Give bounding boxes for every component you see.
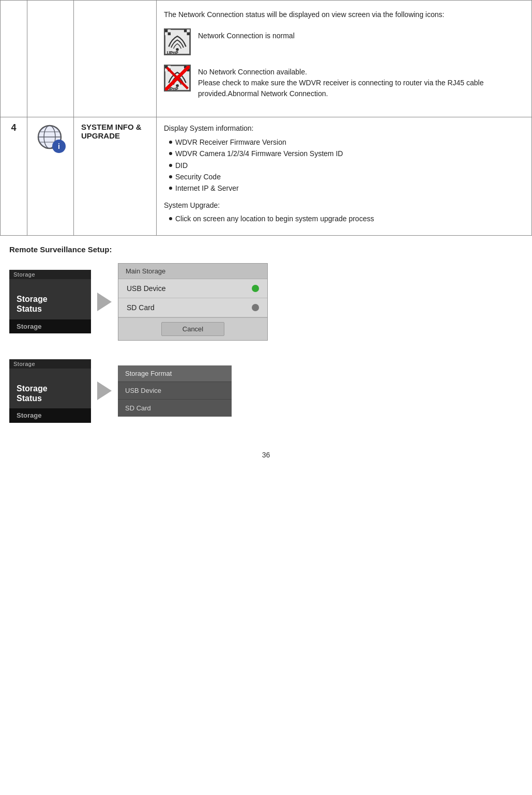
svg-rect-5 — [168, 29, 171, 33]
upgrade-bullet-dot-1 — [169, 217, 172, 220]
storage-right-panel-1: Main Storage USB Device SD Card Cancel — [118, 263, 268, 341]
storage-diagram-2: Storage Storage Status Storage Storage F… — [9, 359, 523, 423]
arrow-1 — [91, 293, 118, 311]
upnp-normal-icon: UPnP — [164, 28, 191, 55]
bullet-dot-2 — [169, 152, 172, 155]
bullet-text-4: Security Code — [175, 171, 221, 182]
row-content-sysinfo: Display System information: WDVR Receive… — [157, 117, 532, 235]
left-panel-item-storage-status-2[interactable]: Storage Status — [9, 369, 91, 409]
storage-diagrams: Storage Storage Status Storage Main Stor… — [9, 263, 523, 423]
network-intro-text: The Network Connection status will be di… — [164, 9, 524, 20]
arrow-2 — [91, 381, 118, 400]
svg-rect-11 — [187, 33, 190, 36]
display-intro: Display System information: — [164, 123, 524, 134]
network-abnormal-desc: No Network Connection available. Please … — [198, 65, 524, 99]
bullet-dot-5 — [169, 187, 172, 190]
storage-right-panel-sm-2: Storage Format USB Device SD Card — [118, 365, 232, 417]
row-label-sysinfo: SYSTEM INFO & UPGRADE — [74, 117, 157, 235]
right-item-sd-label-1: SD Card — [127, 303, 155, 312]
upgrade-bullet-text-1: Click on screen any location to begin sy… — [175, 213, 374, 224]
bullet-text-5: Internet IP & Server — [175, 182, 239, 194]
svg-rect-8 — [184, 29, 187, 33]
upgrade-bullet-list: Click on screen any location to begin sy… — [169, 213, 524, 224]
svg-text:UPnP: UPnP — [167, 50, 179, 55]
table-row-sysinfo: 4 i SYSTEM INFO & UPGRADE — [1, 117, 532, 235]
right-panel-header-1: Main Storage — [118, 264, 267, 279]
bullet-text-1: WDVR Receiver Firmware Version — [175, 136, 286, 148]
left-panel-item-storage-status-1[interactable]: Storage Status — [9, 279, 91, 319]
left-panel-header-2: Storage — [9, 359, 91, 369]
sm-item-usb-2[interactable]: USB Device — [118, 382, 232, 400]
upnp-normal-svg: UPnP — [165, 28, 190, 55]
bullet-item-2: WDVR Camera 1/2/3/4 Firmware Version Sys… — [169, 148, 524, 159]
network-normal-row: UPnP — [164, 28, 524, 55]
main-table: The Network Connection status will be di… — [0, 0, 532, 236]
row-icon-network — [27, 1, 74, 117]
usb-status-dot-green — [252, 285, 259, 292]
bullet-text-2: WDVR Camera 1/2/3/4 Firmware Version Sys… — [175, 148, 343, 159]
row-number-blank — [1, 1, 27, 117]
cancel-btn-row: Cancel — [118, 317, 267, 340]
row-icon-globe: i — [27, 117, 74, 235]
svg-rect-9 — [187, 29, 190, 33]
sm-panel-header-2: Storage Format — [118, 365, 232, 382]
row-label-network — [74, 1, 157, 117]
table-row-network: The Network Connection status will be di… — [1, 1, 532, 117]
abnormal-text-1: No Network Connection available. — [198, 68, 307, 76]
page-number: 36 — [9, 438, 523, 464]
left-panel-item-storage-2[interactable]: Storage — [9, 408, 91, 423]
globe-svg: i — [35, 123, 66, 154]
svg-rect-4 — [165, 29, 168, 33]
svg-rect-10 — [184, 33, 187, 36]
svg-text:i: i — [58, 142, 60, 150]
network-normal-desc: Network Connection is normal — [198, 28, 295, 41]
bullet-text-3: DID — [175, 160, 188, 171]
display-bullet-list: WDVR Receiver Firmware Version WDVR Came… — [169, 136, 524, 194]
remote-title: Remote Surveillance Setup: — [9, 245, 523, 254]
upnp-abnormal-icon: UPnP — [164, 65, 191, 91]
sm-item-sd-2[interactable]: SD Card — [118, 400, 232, 417]
svg-rect-6 — [165, 33, 168, 36]
sm-usb-label-2: USB Device — [125, 387, 161, 394]
bullet-dot-4 — [169, 175, 172, 178]
row-content-network: The Network Connection status will be di… — [157, 1, 532, 117]
cancel-button-1[interactable]: Cancel — [161, 322, 224, 336]
abnormal-text-2: Please check to make sure the WDVR recei… — [198, 79, 483, 98]
right-panel-item-sd-1[interactable]: SD Card — [118, 298, 267, 317]
row-number-4: 4 — [1, 117, 27, 235]
right-panel-item-usb-1[interactable]: USB Device — [118, 279, 267, 298]
sd-status-dot-grey — [252, 304, 259, 311]
sm-sd-label-2: SD Card — [125, 404, 151, 412]
left-panel-header-1: Storage — [9, 270, 91, 279]
sysinfo-label-text: SYSTEM INFO & UPGRADE — [81, 123, 142, 140]
bullet-item-5: Internet IP & Server — [169, 182, 524, 194]
remote-surveillance-section: Remote Surveillance Setup: Storage Stora… — [0, 236, 532, 464]
network-icons-area: The Network Connection status will be di… — [164, 6, 524, 112]
bullet-item-3: DID — [169, 160, 524, 171]
bullet-dot-1 — [169, 141, 172, 144]
upgrade-intro: System Upgrade: — [164, 200, 524, 211]
left-panel-item-storage-1[interactable]: Storage — [9, 319, 91, 334]
bullet-item-1: WDVR Receiver Firmware Version — [169, 136, 524, 148]
bullet-item-4: Security Code — [169, 171, 524, 182]
right-item-usb-label-1: USB Device — [127, 284, 165, 293]
svg-rect-7 — [168, 33, 171, 36]
upnp-abnormal-svg: UPnP — [165, 65, 190, 91]
arrow-right-2 — [97, 381, 112, 400]
storage-diagram-1: Storage Storage Status Storage Main Stor… — [9, 263, 523, 341]
arrow-right-1 — [97, 293, 112, 311]
storage-left-panel-1: Storage Storage Status Storage — [9, 270, 91, 333]
storage-left-panel-2: Storage Storage Status Storage — [9, 359, 91, 423]
network-abnormal-row: UPnP — [164, 65, 524, 99]
upgrade-bullet-item-1: Click on screen any location to begin sy… — [169, 213, 524, 224]
bullet-dot-3 — [169, 164, 172, 167]
